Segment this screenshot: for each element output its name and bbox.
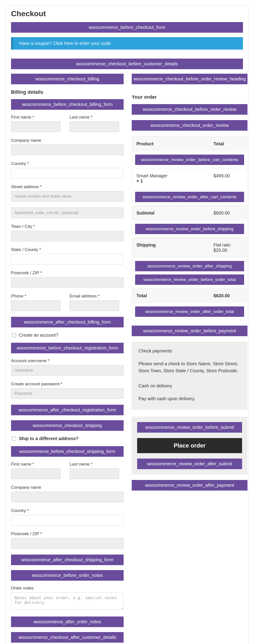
create-account-checkbox[interactable]: Create an account? xyxy=(11,332,124,338)
ship-postcode-label: Postcode / ZIP * xyxy=(11,531,124,536)
hook-checkout-shipping: woocommerce_checkout_shipping xyxy=(11,420,124,431)
hook-before-registration-form: woocommerce_before_checkout_registration… xyxy=(11,343,124,353)
postcode-input[interactable] xyxy=(11,277,124,288)
street-input[interactable] xyxy=(11,191,124,202)
email-input[interactable] xyxy=(70,300,119,311)
table-header-row: Product Total xyxy=(132,136,247,152)
payment-cod-desc: Pay with cash upon delivery. xyxy=(138,395,241,402)
create-account-label: Create an account? xyxy=(19,332,58,338)
hook-before-order-review: woocommerce_checkout_before_order_review xyxy=(132,104,248,115)
hook-before-customer-details: woocommerce_checkout_before_customer_det… xyxy=(11,58,243,69)
street2-field xyxy=(11,208,124,218)
first-name-label: First name * xyxy=(11,115,61,120)
payment-methods: Check payments Please send a check to St… xyxy=(132,342,248,410)
ship-first-name-field: First name * xyxy=(11,462,61,479)
hook-review-before-submit: woocommerce_review_order_before_submit xyxy=(137,422,242,433)
postcode-label: Postcode / ZIP * xyxy=(11,270,124,275)
account-password-field: Create account password * xyxy=(11,382,124,399)
hook-before-shipping-form: woocommerce_before_checkout_shipping_for… xyxy=(11,446,124,457)
ship-postcode-input[interactable] xyxy=(11,538,124,549)
ship-country-field: Country * xyxy=(11,508,124,526)
hook-before-order-review-heading: woocommerce_checkout_before_order_review… xyxy=(132,74,248,84)
first-name-input[interactable] xyxy=(11,122,61,132)
state-label: State / County * xyxy=(11,247,124,252)
two-column-layout: woocommerce_checkout_billing Billing det… xyxy=(11,74,243,644)
state-field: State / County * xyxy=(11,247,124,264)
country-input[interactable] xyxy=(11,168,124,178)
coupon-notice[interactable]: Have a coupon? Click here to enter your … xyxy=(11,37,243,50)
cart-item-name: Smart Manager × 1 xyxy=(132,168,209,188)
ship-first-name-input[interactable] xyxy=(11,468,61,479)
email-label: Email address * xyxy=(70,294,119,298)
town-label: Town / City * xyxy=(11,224,124,229)
street2-input[interactable] xyxy=(11,208,124,218)
hook-review-before-shipping: woocommerce_review_order_before_shipping xyxy=(135,224,244,234)
ship-last-name-label: Last name * xyxy=(70,462,119,467)
account-username-input[interactable] xyxy=(11,365,124,376)
submit-section: woocommerce_review_order_before_submit P… xyxy=(132,417,248,474)
hook-checkout-billing: woocommerce_checkout_billing xyxy=(11,74,124,84)
subtotal-label: Subtotal xyxy=(132,206,209,220)
page-title: Checkout xyxy=(11,9,243,18)
first-name-field: First name * xyxy=(11,115,61,132)
company-field: Company name xyxy=(11,138,124,155)
payment-cod-title[interactable]: Cash on delivery xyxy=(138,383,241,388)
phone-input[interactable] xyxy=(11,300,61,311)
company-input[interactable] xyxy=(11,145,124,155)
phone-label: Phone * xyxy=(11,294,61,298)
hook-before-billing-form: woocommerce_before_checkout_billing_form xyxy=(11,99,124,110)
phone-field: Phone * xyxy=(11,294,61,311)
last-name-label: Last name * xyxy=(70,115,119,120)
hook-review-after-shipping: woocommerce_review_order_after_shipping xyxy=(135,261,244,271)
hook-review-after-submit: woocommerce_review_order_after_submit xyxy=(137,458,242,469)
payment-check-title[interactable]: Check payments xyxy=(138,348,241,354)
hook-review-after-payment: woocommerce_review_order_after_payment xyxy=(132,480,248,490)
hook-order-review: woocommerce_checkout_order_review xyxy=(132,120,248,131)
ship-different-input[interactable] xyxy=(12,436,16,440)
country-field: Country * xyxy=(11,161,124,178)
account-password-input[interactable] xyxy=(11,388,124,399)
hook-review-before-cart-contents: woocommerce_review_order_before_cart_con… xyxy=(135,154,244,165)
company-label: Company name xyxy=(11,138,124,143)
ship-country-label: Country * xyxy=(11,508,124,513)
account-username-label: Account username * xyxy=(11,358,124,363)
subtotal-row: Subtotal $600.00 xyxy=(132,205,247,220)
last-name-field: Last name * xyxy=(70,115,119,132)
ship-different-label: Ship to a different address? xyxy=(19,436,78,441)
order-review-table: Product Total woocommerce_review_order_b… xyxy=(132,136,248,320)
hook-review-after-order-total: woocommerce_review_order_after_order_tot… xyxy=(135,306,244,317)
hook-after-shipping-form: woocommerce_after_checkout_shipping_form xyxy=(11,554,124,565)
hook-before-order-notes: woocommerce_before_order_notes xyxy=(11,570,124,581)
billing-heading: Billing details xyxy=(11,89,124,95)
last-name-input[interactable] xyxy=(70,122,119,132)
ship-last-name-input[interactable] xyxy=(70,468,119,479)
state-input[interactable] xyxy=(11,254,124,264)
hook-review-before-order-total: woocommerce_review_order_before_order_to… xyxy=(135,274,244,285)
account-username-field: Account username * xyxy=(11,358,124,376)
place-order-button[interactable]: Place order xyxy=(137,438,242,453)
shipping-label: Shipping xyxy=(132,238,209,258)
hook-before-checkout-form: woocommerce_before_checkout_form xyxy=(11,22,243,33)
cart-item-qty: × 1 xyxy=(136,178,205,184)
create-account-input[interactable] xyxy=(12,333,16,337)
hook-after-customer-details: woocommerce_checkout_after_customer_deta… xyxy=(11,632,124,643)
hook-review-after-cart-contents: woocommerce_review_order_after_cart_cont… xyxy=(135,192,244,202)
checkout-frame: Checkout woocommerce_before_checkout_for… xyxy=(5,6,249,644)
th-product: Product xyxy=(132,136,209,152)
ship-company-field: Company name xyxy=(11,485,124,502)
hook-after-registration-form: woocommerce_after_checkout_registration_… xyxy=(11,405,124,415)
cart-item-row: Smart Manager × 1 $499.00 xyxy=(132,168,247,188)
ship-first-name-label: First name * xyxy=(11,462,61,467)
town-input[interactable] xyxy=(11,231,124,241)
ship-different-checkbox[interactable]: Ship to a different address? xyxy=(11,436,124,441)
order-notes-label: Order notes xyxy=(11,586,124,590)
cart-item-total: $499.00 xyxy=(209,168,247,188)
ship-country-input[interactable] xyxy=(11,515,124,526)
th-total: Total xyxy=(209,136,247,152)
order-review-column: woocommerce_checkout_before_order_review… xyxy=(132,74,248,496)
total-row: Total $620.00 xyxy=(132,288,247,303)
subtotal-value: $600.00 xyxy=(209,206,247,220)
order-notes-input[interactable] xyxy=(11,592,124,610)
total-value: $620.00 xyxy=(209,288,247,303)
ship-company-input[interactable] xyxy=(11,492,124,502)
